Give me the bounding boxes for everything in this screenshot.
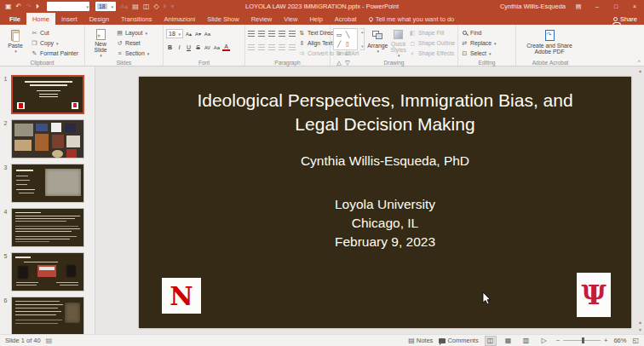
zoom-level[interactable]: 66% xyxy=(613,337,626,344)
shape-gallery-icon[interactable]: ╲ xyxy=(343,30,352,39)
columns-icon[interactable] xyxy=(289,44,296,50)
slide-thumbnail-5[interactable] xyxy=(11,252,84,291)
tab-insert[interactable]: Insert xyxy=(55,13,83,25)
zoom-slider[interactable] xyxy=(563,340,601,341)
shapes-scroll-down-icon[interactable]: ▼ xyxy=(360,44,364,49)
qat-grow-font-icon[interactable]: A▴ xyxy=(120,3,128,10)
cut-button[interactable]: ✂Cut xyxy=(31,28,78,37)
layout-button[interactable]: ▤Layout▾ xyxy=(116,28,149,37)
slide-sorter-view-button[interactable]: ▦ xyxy=(503,336,515,346)
close-button[interactable]: × xyxy=(629,3,641,9)
font-size-combo[interactable]: 18▾ xyxy=(166,29,183,38)
qat-customize-icon[interactable]: ▾ xyxy=(171,3,175,10)
slide-thumbnail-2[interactable] xyxy=(11,119,84,159)
slide-author[interactable]: Cynthia Willis-Esqueda, PhD xyxy=(139,153,631,169)
align-left-icon[interactable] xyxy=(248,44,255,50)
new-slide-button[interactable]: New Slide▾ xyxy=(88,26,113,58)
reading-view-button[interactable]: ▥ xyxy=(520,336,532,346)
line-spacing-icon[interactable] xyxy=(289,31,296,37)
format-painter-button[interactable]: ✎Format Painter xyxy=(31,49,78,58)
shapes-scroll-up-icon[interactable]: ▲ xyxy=(360,30,364,34)
next-slide-icon[interactable]: ▼ xyxy=(638,327,642,332)
quick-styles-button[interactable]: Quick Styles▾ xyxy=(390,26,406,58)
shape-gallery-icon[interactable]: ○ xyxy=(335,49,343,58)
character-spacing-button[interactable]: AV xyxy=(204,45,211,50)
shape-effects-button[interactable]: ◐Shape Effects xyxy=(409,49,455,58)
shape-gallery-icon[interactable]: ╱ xyxy=(335,39,343,49)
strikethrough-button[interactable]: S xyxy=(194,44,202,50)
slide-thumbnail-6[interactable] xyxy=(11,297,84,334)
scroll-up-icon[interactable]: ▲ xyxy=(638,68,642,73)
tab-transitions[interactable]: Transitions xyxy=(115,13,158,25)
slide-thumbnail-3[interactable] xyxy=(11,164,84,203)
tell-me-box[interactable]: Tell me what you want to do xyxy=(363,13,461,25)
collapse-ribbon-icon[interactable]: ˄ xyxy=(637,59,641,64)
qat-shapes-icon[interactable]: ◇ xyxy=(153,3,158,10)
account-user-name[interactable]: Cynthia Willis-Esqueda xyxy=(500,3,566,10)
tab-help[interactable]: Help xyxy=(303,13,328,25)
shape-gallery-icon[interactable]: □ xyxy=(343,49,352,58)
underline-button[interactable]: U xyxy=(185,44,193,50)
zoom-out-button[interactable]: − xyxy=(556,337,560,344)
notes-button[interactable]: ▤Notes xyxy=(408,337,433,344)
minimize-button[interactable]: – xyxy=(591,3,603,9)
redo-icon[interactable]: ↷ xyxy=(26,3,32,10)
slide-thumbnail-1[interactable] xyxy=(11,75,84,114)
undo-icon[interactable]: ↶ xyxy=(16,3,22,10)
qat-slideshow-icon[interactable]: ⏵ xyxy=(164,3,167,10)
tab-view[interactable]: View xyxy=(278,13,303,25)
qat-font-size-combo[interactable]: 18▾ xyxy=(95,2,116,11)
current-slide[interactable]: Ideological Perspectives, Immigration Bi… xyxy=(139,77,631,328)
tab-review[interactable]: Review xyxy=(245,13,279,25)
slide-title[interactable]: Ideological Perspectives, Immigration Bi… xyxy=(185,89,585,136)
shrink-font-button[interactable]: A▾ xyxy=(194,31,202,37)
zoom-in-button[interactable]: + xyxy=(604,337,607,344)
shapes-gallery[interactable]: ▭╲╱▯○□△▽◇▱☆◠ xyxy=(333,28,358,50)
tab-animations[interactable]: Animazioni xyxy=(158,13,201,25)
shapes-gallery-scrollbar[interactable]: ▲ ▼ xyxy=(360,28,365,50)
zoom-slider-thumb[interactable] xyxy=(582,337,584,343)
find-button[interactable]: Find xyxy=(461,28,496,37)
spell-check-icon[interactable]: ▤ xyxy=(46,337,53,344)
slide-thumbnail-4[interactable] xyxy=(11,208,84,247)
decrease-indent-icon[interactable] xyxy=(268,31,275,37)
justify-icon[interactable] xyxy=(279,44,285,50)
ribbon-display-options-icon[interactable]: ▤ xyxy=(572,3,584,10)
shape-outline-button[interactable]: ◻Shape Outline xyxy=(409,38,455,48)
change-case-button[interactable]: Aa xyxy=(213,45,221,50)
create-pdf-button[interactable]: Create and Share Adobe PDF xyxy=(519,26,580,58)
clear-formatting-button[interactable]: Aa xyxy=(204,32,211,37)
maximize-button[interactable]: □ xyxy=(610,3,622,9)
section-button[interactable]: ≡Section▾ xyxy=(116,49,149,58)
paste-button[interactable]: Paste▾ xyxy=(3,26,28,58)
copy-button[interactable]: ❐Copy▾ xyxy=(31,38,78,48)
reset-button[interactable]: ↺Reset xyxy=(116,38,149,48)
qat-picture-icon[interactable]: ▤ xyxy=(132,3,139,10)
grow-font-button[interactable]: A▴ xyxy=(185,31,193,37)
comments-button[interactable]: Comments xyxy=(439,337,478,344)
save-icon[interactable]: ▣ xyxy=(5,3,12,10)
tab-acrobat[interactable]: Acrobat xyxy=(329,13,363,25)
slide-details[interactable]: Loyola University Chicago, IL February 9… xyxy=(139,195,631,251)
previous-slide-icon[interactable]: ▲ xyxy=(638,320,642,325)
numbering-icon[interactable] xyxy=(258,31,265,37)
shape-gallery-icon[interactable]: ▯ xyxy=(343,39,352,49)
vertical-scrollbar[interactable]: ▲ ▲ ▼ xyxy=(636,66,644,334)
fit-to-window-icon[interactable]: ◱ xyxy=(632,337,639,344)
tab-design[interactable]: Design xyxy=(83,13,115,25)
qat-layout-icon[interactable]: ◫ xyxy=(143,3,150,10)
shape-gallery-icon[interactable]: ▭ xyxy=(335,30,343,39)
align-center-icon[interactable] xyxy=(258,44,265,50)
align-right-icon[interactable] xyxy=(268,44,275,50)
tab-slideshow[interactable]: Slide Show xyxy=(201,13,245,25)
qat-font-name-combo[interactable]: ▾ xyxy=(47,2,89,11)
tab-home[interactable]: Home xyxy=(26,13,55,25)
select-button[interactable]: ⊡Select▾ xyxy=(461,49,496,58)
normal-view-button[interactable]: ◫ xyxy=(485,336,497,346)
font-color-button[interactable]: A xyxy=(222,43,230,51)
bold-button[interactable]: B xyxy=(166,44,174,50)
increase-indent-icon[interactable] xyxy=(279,31,285,37)
shape-fill-button[interactable]: ◧Shape Fill xyxy=(409,28,455,37)
replace-button[interactable]: ⇄Replace▾ xyxy=(461,38,496,48)
tab-file[interactable]: File xyxy=(3,13,26,25)
